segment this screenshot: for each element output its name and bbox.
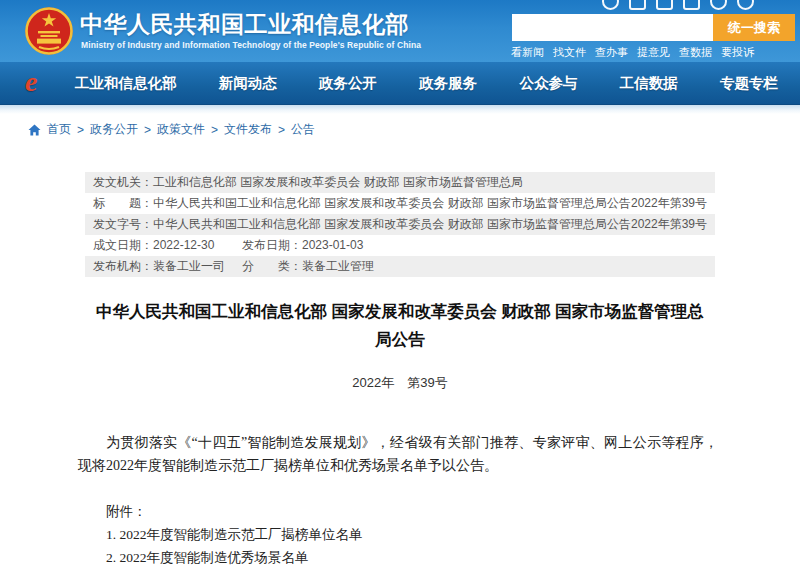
meta-value: 装备工业管理 xyxy=(302,259,374,273)
breadcrumb-separator: > xyxy=(77,123,84,137)
document-issue-number: 2022年 第39号 xyxy=(85,374,715,392)
cropped-toolbar-icon-5[interactable] xyxy=(710,0,727,10)
e-logo-icon[interactable]: e xyxy=(25,66,37,98)
meta-value: 工业和信息化部 国家发展和改革委员会 财政部 国家市场监督管理总局 xyxy=(153,175,523,189)
meta-label: 发文字号： xyxy=(93,217,153,231)
nav-item-public-participation[interactable]: 公众参与 xyxy=(520,74,578,93)
meta-value: 中华人民共和国工业和信息化部 国家发展和改革委员会 财政部 国家市场监督管理总局… xyxy=(153,196,707,210)
site-subtitle-en: Ministry of Industry and Information Tec… xyxy=(81,40,421,50)
attachment-link-2[interactable]: 2. 2022年度智能制造优秀场景名单 xyxy=(106,546,363,569)
nav-item-special-columns[interactable]: 专题专栏 xyxy=(720,74,778,93)
national-emblem-icon xyxy=(24,6,74,56)
quick-link-complaints[interactable]: 要投诉 xyxy=(721,45,754,60)
meta-label: 发布机构： xyxy=(93,259,153,273)
meta-label: 分 类： xyxy=(242,259,302,273)
meta-label: 发布日期： xyxy=(242,238,302,252)
breadcrumb: 首页 > 政务公开 > 政策文件 > 文件发布 > 公告 xyxy=(28,121,315,138)
breadcrumb-policy-documents[interactable]: 政策文件 xyxy=(157,121,205,138)
search-button[interactable]: 统一搜索 xyxy=(713,14,795,41)
nav-items: 工业和信息化部 新闻动态 政务公开 政务服务 公众参与 工信数据 专题专栏 xyxy=(75,62,778,104)
quick-link-news[interactable]: 看新闻 xyxy=(511,45,544,60)
search-input[interactable] xyxy=(512,14,713,41)
meta-row-dates: 成文日期：2022-12-30 发布日期：2023-01-03 xyxy=(85,235,715,256)
document-meta-table: 发文机关：工业和信息化部 国家发展和改革委员会 财政部 国家市场监督管理总局 标… xyxy=(85,172,715,277)
meta-value: 中华人民共和国工业和信息化部 国家发展和改革委员会 财政部 国家市场监督管理总局… xyxy=(153,217,707,231)
quick-link-suggestions[interactable]: 提意见 xyxy=(637,45,670,60)
meta-row-publisher-category: 发布机构：装备工业一司 分 类：装备工业管理 xyxy=(85,256,715,277)
meta-value: 2022-12-30 xyxy=(153,238,214,252)
nav-item-miit-data[interactable]: 工信数据 xyxy=(620,74,678,93)
breadcrumb-document-release[interactable]: 文件发布 xyxy=(224,121,272,138)
meta-row-issuing-agency: 发文机关：工业和信息化部 国家发展和改革委员会 财政部 国家市场监督管理总局 xyxy=(85,172,715,193)
search-bar: 统一搜索 xyxy=(512,14,795,41)
meta-value: 2023-01-03 xyxy=(302,238,363,252)
breadcrumb-announcement[interactable]: 公告 xyxy=(291,121,315,138)
nav-bottom-strip xyxy=(0,105,800,114)
meta-label: 成文日期： xyxy=(93,238,153,252)
quick-link-documents[interactable]: 找文件 xyxy=(553,45,586,60)
quick-link-data[interactable]: 查数据 xyxy=(679,45,712,60)
meta-value: 装备工业一司 xyxy=(153,259,225,273)
meta-label: 发文机关： xyxy=(93,175,153,189)
page: 中华人民共和国工业和信息化部 Ministry of Industry and … xyxy=(0,0,800,572)
cropped-toolbar-icon-2[interactable] xyxy=(629,0,646,10)
quick-links: 看新闻 找文件 查办事 提意见 查数据 要投诉 xyxy=(511,45,754,60)
nav-item-ministry[interactable]: 工业和信息化部 xyxy=(75,74,177,93)
site-header: 中华人民共和国工业和信息化部 Ministry of Industry and … xyxy=(0,0,800,62)
main-nav: e 工业和信息化部 新闻动态 政务公开 政务服务 公众参与 工信数据 专题专栏 xyxy=(0,62,800,105)
site-title: 中华人民共和国工业和信息化部 xyxy=(80,9,409,40)
nav-item-gov-services[interactable]: 政务服务 xyxy=(419,74,477,93)
attachments-block: 附件： 1. 2022年度智能制造示范工厂揭榜单位名单 2. 2022年度智能制… xyxy=(106,500,363,569)
attachment-link-1[interactable]: 1. 2022年度智能制造示范工厂揭榜单位名单 xyxy=(106,523,363,546)
breadcrumb-home[interactable]: 首页 xyxy=(47,121,71,138)
cropped-toolbar-icon-6[interactable] xyxy=(737,0,754,10)
meta-label: 标 题： xyxy=(93,196,153,210)
document-body-paragraph: 为贯彻落实《“十四五”智能制造发展规划》，经省级有关部门推荐、专家评审、网上公示… xyxy=(78,431,718,477)
header-toolbar xyxy=(602,0,754,10)
cropped-toolbar-icon-3[interactable] xyxy=(656,0,673,10)
nav-item-news[interactable]: 新闻动态 xyxy=(219,74,277,93)
home-icon xyxy=(28,124,41,136)
cropped-toolbar-icon-1[interactable] xyxy=(602,0,619,10)
quick-link-services[interactable]: 查办事 xyxy=(595,45,628,60)
breadcrumb-separator: > xyxy=(211,123,218,137)
breadcrumb-separator: > xyxy=(278,123,285,137)
nav-item-gov-affairs[interactable]: 政务公开 xyxy=(319,74,377,93)
breadcrumb-separator: > xyxy=(144,123,151,137)
meta-row-title: 标 题：中华人民共和国工业和信息化部 国家发展和改革委员会 财政部 国家市场监督… xyxy=(85,193,715,214)
attachments-label: 附件： xyxy=(106,500,363,523)
breadcrumb-gov-affairs[interactable]: 政务公开 xyxy=(90,121,138,138)
meta-row-doc-number: 发文字号：中华人民共和国工业和信息化部 国家发展和改革委员会 财政部 国家市场监… xyxy=(85,214,715,235)
document-title: 中华人民共和国工业和信息化部 国家发展和改革委员会 财政部 国家市场监督管理总局… xyxy=(88,297,712,353)
cropped-toolbar-icon-4[interactable] xyxy=(683,0,700,10)
